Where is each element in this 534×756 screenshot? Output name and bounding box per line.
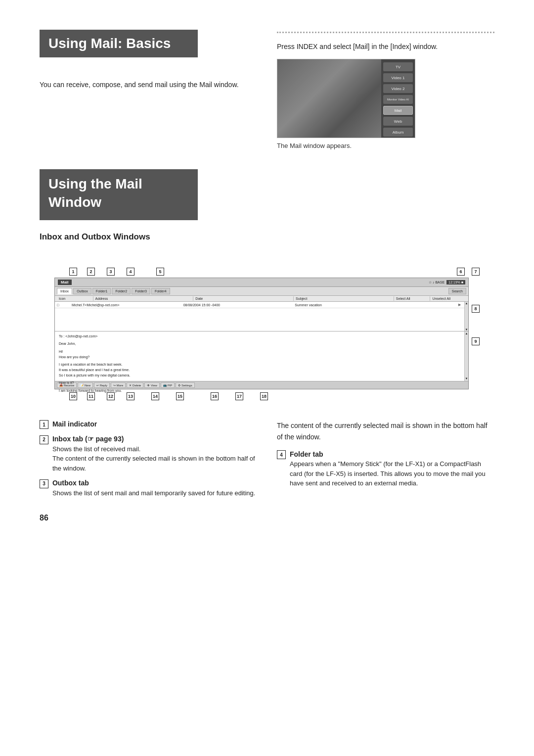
subsection-title: Inbox and Outbox Windows: [40, 232, 494, 242]
legend-num-2: 2: [40, 435, 48, 444]
legend-right-top: The content of the currently selected ma…: [277, 420, 494, 442]
dotted-line: [277, 32, 494, 33]
tab-outbox[interactable]: Outbox: [73, 288, 91, 294]
screenshot-caption: The Mail window appears.: [277, 142, 494, 149]
legend-title-2: Inbox tab (☞ page 93): [52, 435, 124, 443]
legend-right: The content of the currently selected ma…: [277, 420, 494, 504]
num-label-5: 5: [156, 268, 164, 276]
legend-title-3: Outbox tab: [52, 479, 89, 487]
tab-inbox[interactable]: Inbox: [57, 288, 72, 294]
tab-search[interactable]: Search: [448, 288, 466, 294]
mail-title-label: Mail: [58, 280, 72, 285]
mail-body-area: To : <John@sp-net.com> Dear John, Hi!How…: [55, 331, 468, 381]
mail-column-headers: Icon Address Date Subject Select All Uns…: [55, 296, 468, 302]
num-label-11: 11: [87, 392, 95, 400]
num-label-14: 14: [151, 392, 159, 400]
mail-window: Mail ☆ ♪ BASE 12:19% ■ Inbox Outbox Fold…: [54, 278, 469, 389]
legend-left: 1 Mail indicator 2 Inbox tab (☞ page 93)…: [40, 420, 257, 504]
section2-title: Using the MailWindow: [40, 169, 198, 220]
num-label-16: 16: [211, 392, 219, 400]
section1-title: Using Mail: Basics: [40, 30, 198, 57]
num-label-4: 4: [127, 268, 134, 276]
mail-status-area: ☆ ♪ BASE 12:19% ■: [429, 280, 465, 284]
legend-num-1: 1: [40, 420, 48, 429]
index-window-screenshot: TV Video 1 Video 2 Monitor Video AI Mail…: [277, 59, 415, 138]
legend-num-4: 4: [277, 450, 286, 459]
sidebar-album: Album: [383, 128, 413, 137]
legend-body-4: Appears when a "Memory Stick" (for the L…: [290, 459, 494, 488]
legend-title-4: Folder tab: [290, 450, 323, 458]
mail-tabs-bar: Inbox Outbox Folder1 Folder2 Folder3 Fol…: [55, 287, 468, 296]
legend-num-3: 3: [40, 479, 48, 488]
num-label-13: 13: [127, 392, 134, 400]
right-instruction: Press INDEX and select [Mail] in the [In…: [277, 41, 494, 52]
num-label-6: 6: [457, 268, 465, 276]
legend-body-2: Shows the list of received mail.The cont…: [52, 444, 257, 473]
num-label-18: 18: [260, 392, 268, 400]
mail-list-area: □ Michel.T<Michel@sp-net.com> 08/08/2004…: [55, 302, 468, 331]
num-label-17: 17: [235, 392, 243, 400]
num-label-7: 7: [472, 268, 480, 276]
page-number: 86: [40, 514, 494, 522]
tab-folder3[interactable]: Folder3: [132, 288, 150, 294]
sidebar-web: Web: [383, 117, 413, 126]
num-label-1: 1: [69, 268, 77, 276]
legend-body-3: Shows the list of sent mail and mail tem…: [52, 488, 257, 498]
intro-text: You can receive, compose, and send mail …: [40, 79, 257, 90]
num-label-3: 3: [107, 268, 115, 276]
sidebar-tv: TV: [383, 62, 413, 71]
num-label-2: 2: [87, 268, 95, 276]
num-label-10: 10: [69, 392, 77, 400]
num-label-9: 9: [472, 337, 480, 345]
num-label-15: 15: [176, 392, 184, 400]
sidebar-video2: Video 2: [383, 84, 413, 93]
sidebar-video1: Video 1: [383, 73, 413, 82]
tab-folder2[interactable]: Folder2: [112, 288, 131, 294]
mail-window-diagram: 1 2 3 4 5 6 7: [40, 252, 494, 415]
legend-title-1: Mail indicator: [52, 420, 97, 428]
sidebar-mail: Mail: [383, 106, 413, 115]
num-label-12: 12: [107, 392, 115, 400]
sidebar-monitor: Monitor Video AI: [383, 95, 413, 104]
tab-folder4[interactable]: Folder4: [151, 288, 170, 294]
tab-folder1[interactable]: Folder1: [92, 288, 111, 294]
num-label-8: 8: [472, 305, 480, 313]
